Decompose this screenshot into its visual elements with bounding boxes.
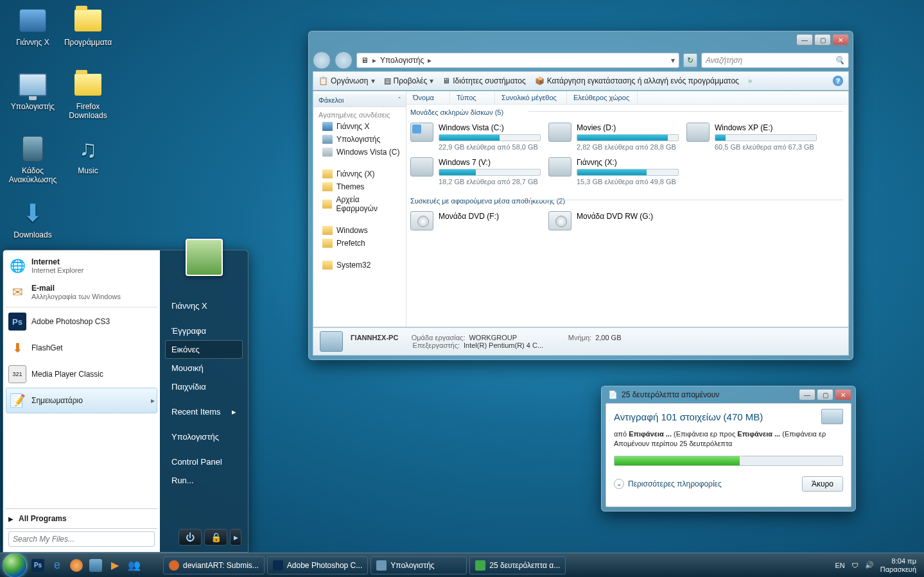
dialog-title: 📄25 δευτερόλεπτα απομένουν <box>608 390 719 399</box>
start-right-computer[interactable]: Υπολογιστής <box>165 427 243 446</box>
start-button[interactable] <box>3 553 27 578</box>
start-right-controlpanel[interactable]: Control Panel <box>165 452 243 471</box>
quicklaunch-messenger[interactable]: 👥 <box>126 556 143 574</box>
taskbar-item[interactable]: 25 δευτερόλεπτα α... <box>469 556 566 574</box>
desktop-icon-user[interactable]: Γιάννης X <box>8 5 58 47</box>
power-button[interactable]: ⏻ <box>179 529 202 546</box>
start-right-run[interactable]: Run... <box>165 471 243 490</box>
uninstall-icon: 📦 <box>535 76 545 85</box>
close-button[interactable]: ✕ <box>832 34 849 46</box>
drive-item[interactable]: Movies (D:) 2,82 GB ελεύθερα από 28,8 GB <box>545 120 683 155</box>
start-item-internet[interactable]: 🌐InternetInternet Explorer <box>6 253 157 279</box>
start-item-flashget[interactable]: ⬇FlashGet <box>6 335 157 361</box>
start-right-games[interactable]: Παιχνίδια <box>165 377 243 396</box>
group-hdd[interactable]: Μονάδες σκληρών δίσκων (5) <box>406 105 848 117</box>
cancel-button[interactable]: Άκυρο <box>802 476 843 492</box>
properties-icon: 🖥 <box>442 76 450 85</box>
navigation-pane: Φάκελοιˆ Αγαπημένες συνδέσεις Γιάννης X … <box>313 91 406 327</box>
tree-item[interactable]: Windows <box>313 224 406 237</box>
close-button[interactable]: ✕ <box>835 389 851 400</box>
tree-item[interactable]: Γιάννης (X) <box>313 168 406 180</box>
breadcrumb[interactable]: 🖥 ▸ Υπολογιστής ▸ ▾ <box>356 53 679 68</box>
explorer-statusbar: ΓΙΑΝΝΗΣΧ-PC Ομάδα εργασίας:WORKGROUP Μνή… <box>313 327 849 356</box>
help-icon[interactable]: ? <box>833 76 843 86</box>
clock[interactable]: 8:04 πμΠαρασκευή <box>880 557 916 573</box>
column-free[interactable]: Ελεύθερος χώρος <box>567 91 638 104</box>
start-item-mpc[interactable]: 321Media Player Classic <box>6 361 157 388</box>
system-properties-button[interactable]: 🖥Ιδιότητες συστήματος <box>442 76 525 85</box>
drive-item[interactable]: Γιάννης (X:) 15,3 GB ελεύθερα από 49,8 G… <box>545 155 683 189</box>
tree-item[interactable]: Prefetch <box>313 237 406 250</box>
desktop-icon-firefox-downloads[interactable]: Firefox Downloads <box>63 69 113 120</box>
tree-item[interactable]: Αρχεία Εφαρμογών <box>313 193 406 215</box>
explorer-content: Όνομα Τύπος Συνολικό μέγεθος Ελεύθερος χ… <box>406 91 848 327</box>
drive-icon <box>686 123 710 142</box>
computer-icon: 🖥 <box>361 56 369 65</box>
user-avatar[interactable] <box>186 239 223 276</box>
folders-header[interactable]: Φάκελοιˆ <box>313 94 406 107</box>
start-right-user[interactable]: Γιάννης X <box>165 297 243 315</box>
dvd-icon <box>548 211 571 230</box>
maximize-button[interactable]: ▢ <box>814 34 831 46</box>
tray-icon[interactable]: 🔊 <box>865 561 874 569</box>
start-item-notepad[interactable]: 📝Σημειωματάριο▸ <box>6 388 157 413</box>
lock-button[interactable]: 🔒 <box>204 529 227 546</box>
chevron-down-icon: ⌄ <box>614 479 624 489</box>
dvd-item[interactable]: Μονάδα DVD RW (G:) <box>545 209 683 233</box>
tree-item[interactable]: Themes <box>313 180 406 193</box>
dropdown-icon[interactable]: ▾ <box>671 56 675 65</box>
start-right-documents[interactable]: Έγγραφα <box>165 322 243 340</box>
desktop-icon-downloads[interactable]: ⬇Downloads <box>8 198 58 239</box>
taskbar-item[interactable]: Adobe Photoshop C... <box>267 556 368 574</box>
start-item-photoshop[interactable]: PsAdobe Photoshop CS3 <box>6 309 157 335</box>
tray-icon[interactable]: 🛡 <box>851 562 859 569</box>
back-button[interactable] <box>313 51 331 69</box>
start-right-music[interactable]: Μουσική <box>165 359 243 377</box>
quicklaunch-firefox[interactable] <box>68 556 85 574</box>
quicklaunch-wmp[interactable]: ▶ <box>107 556 123 574</box>
uninstall-programs-button[interactable]: 📦Κατάργηση εγκατάστασης ή αλλαγή ενός πρ… <box>535 76 739 85</box>
desktop-icon-recycle-bin[interactable]: Κάδος Ανακύκλωσης <box>8 133 58 184</box>
minimize-button[interactable]: — <box>799 389 815 400</box>
quicklaunch-ie[interactable]: e <box>49 556 65 574</box>
all-programs-button[interactable]: ▶All Programs <box>6 508 157 528</box>
group-removable[interactable]: Συσκευές με αφαιρούμενα μέσα αποθήκευσης… <box>406 193 848 206</box>
desktop-icon-computer[interactable]: Υπολογιστής <box>8 69 58 111</box>
dvd-item[interactable]: Μονάδα DVD (F:) <box>406 209 545 233</box>
more-info-toggle[interactable]: ⌄Περισσότερες πληροφορίες <box>614 479 722 489</box>
quicklaunch-photoshop[interactable]: Ps <box>30 556 46 574</box>
drive-item[interactable]: Windows 7 (V:) 18,2 GB ελεύθερα από 28,7… <box>406 155 545 189</box>
start-right-recent[interactable]: Recent Items▸ <box>165 402 243 421</box>
start-menu-left: 🌐InternetInternet Explorer ✉E-mailΑλληλο… <box>3 250 160 552</box>
taskbar-item[interactable]: deviantART: Submis... <box>163 556 265 574</box>
column-name[interactable]: Όνομα <box>406 91 450 104</box>
drive-item[interactable]: Windows XP (E:) 60,5 GB ελεύθερα από 67,… <box>683 120 821 155</box>
start-item-email[interactable]: ✉E-mailΑλληλογραφία των Windows <box>6 279 157 306</box>
tree-item-computer[interactable]: Υπολογιστής <box>313 133 406 146</box>
refresh-button[interactable]: ↻ <box>683 53 697 67</box>
search-input[interactable]: Αναζήτηση🔍 <box>701 53 849 68</box>
drive-item[interactable]: Windows Vista (C:) 22,9 GB ελεύθερα από … <box>406 120 545 155</box>
drive-name: Γιάννης (X:) <box>577 157 679 168</box>
drive-free: 2,82 GB ελεύθερα από 28,8 GB <box>577 142 679 152</box>
breadcrumb-item[interactable]: Υπολογιστής <box>380 56 424 65</box>
tree-item-user[interactable]: Γιάννης X <box>313 120 406 133</box>
minimize-button[interactable]: — <box>796 34 813 46</box>
start-right-pictures[interactable]: Εικόνες <box>165 340 243 359</box>
organize-menu[interactable]: 📋Οργάνωση▾ <box>318 76 375 85</box>
language-indicator[interactable]: EN <box>835 562 844 569</box>
desktop-icon-programs[interactable]: Προγράμματα <box>63 5 113 47</box>
column-total[interactable]: Συνολικό μέγεθος <box>495 91 567 104</box>
views-menu[interactable]: ▤Προβολές▾ <box>384 76 434 85</box>
search-input[interactable] <box>8 531 155 547</box>
taskbar-item[interactable]: Υπολογιστής <box>370 556 467 574</box>
column-type[interactable]: Τύπος <box>450 91 495 104</box>
desktop-icon-music[interactable]: ♫Music <box>63 133 113 175</box>
maximize-button[interactable]: ▢ <box>817 389 833 400</box>
tree-item-vista-c[interactable]: Windows Vista (C) <box>313 146 406 159</box>
window-controls: — ▢ ✕ <box>799 389 851 400</box>
tree-item[interactable]: System32 <box>313 259 406 271</box>
forward-button[interactable] <box>335 51 353 69</box>
quicklaunch-showdesktop[interactable] <box>87 556 104 574</box>
shutdown-menu[interactable]: ▸ <box>230 529 241 546</box>
